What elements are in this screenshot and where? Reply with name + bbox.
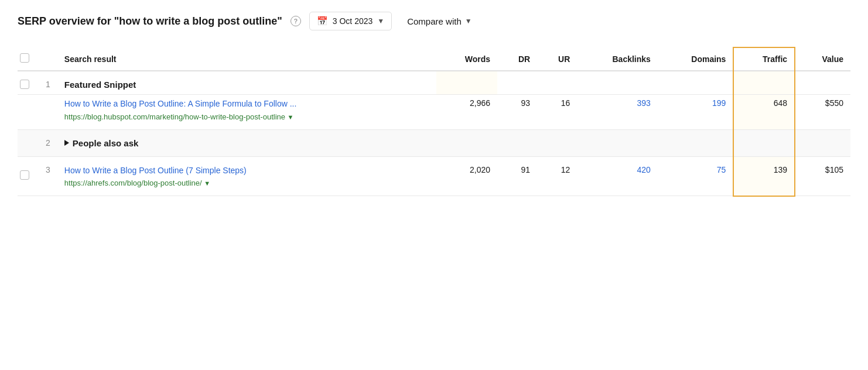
row1-checkbox-cell	[18, 71, 39, 95]
row3-link-title[interactable]: How to Write a Blog Post Outline (7 Simp…	[64, 165, 430, 177]
date-picker-button[interactable]: 📅 3 Oct 2023 ▼	[309, 12, 392, 30]
compare-button[interactable]: Compare with ▼	[400, 13, 479, 30]
row1b-words: 2,966	[436, 95, 497, 130]
row3-link-url[interactable]: https://ahrefs.com/blog/blog-post-outlin…	[64, 179, 430, 187]
row3-checkbox-cell	[18, 156, 39, 196]
row1b-value: $550	[795, 95, 850, 130]
row2-traffic	[733, 129, 795, 156]
calendar-icon: 📅	[317, 16, 328, 26]
row3-backlinks-link[interactable]: 420	[637, 165, 651, 174]
row1-link-url[interactable]: https://blog.hubspot.com/marketing/how-t…	[64, 112, 430, 121]
row1-dr	[497, 71, 537, 95]
table-row: 2 People also ask	[18, 129, 850, 156]
table-row: 1 Featured Snippet	[18, 71, 850, 95]
row1b-dr: 93	[497, 95, 537, 130]
row1b-backlinks: 393	[577, 95, 658, 130]
row1-words	[436, 71, 497, 95]
row3-number: 3	[39, 156, 57, 196]
row1b-search-result: How to Write a Blog Post Outline: A Simp…	[57, 95, 437, 130]
compare-label: Compare with	[407, 16, 462, 26]
row1-number: 1	[39, 71, 57, 95]
row1-domains-link[interactable]: 199	[712, 98, 726, 108]
row3-checkbox[interactable]	[20, 170, 29, 180]
row2-dr	[497, 129, 537, 156]
col-value: Value	[795, 47, 850, 71]
row2-words	[436, 129, 497, 156]
row3-value: $105	[795, 156, 850, 196]
row1-traffic	[733, 71, 795, 95]
row3-url-chevron-icon: ▼	[204, 180, 210, 187]
row2-domains	[658, 129, 734, 156]
row3-search-result: How to Write a Blog Post Outline (7 Simp…	[57, 156, 437, 196]
row1-value	[795, 71, 850, 95]
col-traffic: Traffic	[733, 47, 795, 71]
help-icon[interactable]: ?	[291, 16, 301, 26]
people-also-ask-label[interactable]: People also ask	[64, 138, 430, 148]
row1b-ur: 16	[537, 95, 577, 130]
row1-backlinks-link[interactable]: 393	[637, 98, 651, 108]
serp-table: Search result Words DR UR Backlinks Doma…	[18, 47, 850, 197]
row1-backlinks	[577, 71, 658, 95]
row1b-traffic: 648	[733, 95, 795, 130]
date-chevron-icon: ▼	[377, 17, 384, 25]
select-all-checkbox[interactable]	[20, 53, 29, 63]
row1b-checkbox-cell	[18, 95, 39, 130]
row1-link-title[interactable]: How to Write a Blog Post Outline: A Simp…	[64, 98, 430, 110]
col-dr: DR	[497, 47, 537, 71]
row1b-number	[39, 95, 57, 130]
title-prefix: SERP overview for	[18, 15, 114, 27]
row1b-domains: 199	[658, 95, 734, 130]
table-row: How to Write a Blog Post Outline: A Simp…	[18, 95, 850, 130]
page-header: SERP overview for "how to write a blog p…	[18, 12, 850, 30]
page-title: SERP overview for "how to write a blog p…	[18, 15, 282, 28]
row3-domains-link[interactable]: 75	[717, 165, 726, 174]
col-num	[39, 47, 57, 71]
row1-featured-label: Featured Snippet	[57, 71, 437, 95]
table-row: 3 How to Write a Blog Post Outline (7 Si…	[18, 156, 850, 196]
row3-url-text: https://ahrefs.com/blog/blog-post-outlin…	[64, 179, 202, 187]
page-container: SERP overview for "how to write a blog p…	[0, 0, 868, 370]
row1-url-chevron-icon: ▼	[288, 114, 294, 121]
row2-backlinks	[577, 129, 658, 156]
row1-ur	[537, 71, 577, 95]
row3-words: 2,020	[436, 156, 497, 196]
compare-chevron-icon: ▼	[465, 17, 472, 25]
col-backlinks: Backlinks	[577, 47, 658, 71]
row2-search-result: People also ask	[57, 129, 437, 156]
row2-checkbox-cell	[18, 129, 39, 156]
col-ur: UR	[537, 47, 577, 71]
row2-ur	[537, 129, 577, 156]
row1-checkbox[interactable]	[20, 80, 29, 89]
row3-dr: 91	[497, 156, 537, 196]
row1-url-text: https://blog.hubspot.com/marketing/how-t…	[64, 112, 285, 121]
col-search-result: Search result	[57, 47, 437, 71]
featured-snippet-label: Featured Snippet	[64, 77, 136, 90]
col-checkbox	[18, 47, 39, 71]
row3-backlinks: 420	[577, 156, 658, 196]
row1-domains	[658, 71, 734, 95]
people-ask-text: People also ask	[73, 138, 139, 148]
row2-value	[795, 129, 850, 156]
expand-icon	[64, 140, 69, 146]
col-words: Words	[436, 47, 497, 71]
row2-number: 2	[39, 129, 57, 156]
date-label: 3 Oct 2023	[333, 16, 373, 26]
row3-domains: 75	[658, 156, 734, 196]
row3-traffic: 139	[733, 156, 795, 196]
col-domains: Domains	[658, 47, 734, 71]
row3-ur: 12	[537, 156, 577, 196]
title-query: "how to write a blog post outline"	[114, 15, 282, 27]
